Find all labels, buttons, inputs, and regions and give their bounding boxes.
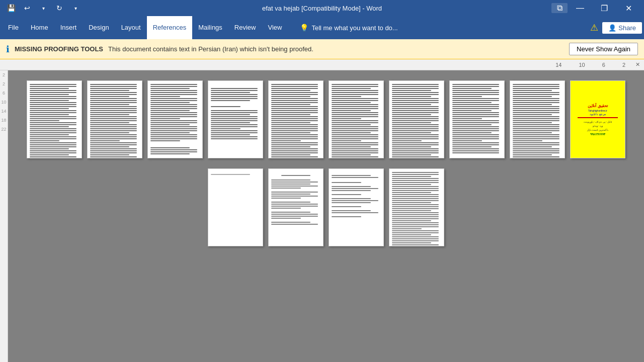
page-thumb-3 <box>147 80 203 158</box>
ad-subtitle: مرجع دانلـود <box>590 112 606 116</box>
page-content <box>271 84 320 158</box>
ad-title: تحقیق آنلاین <box>588 104 607 108</box>
page-thumb-7 <box>389 80 444 158</box>
ribbon: File Home Insert Design Layout Reference… <box>0 16 644 39</box>
window-title: efat va hejab [Compatibility Mode] - Wor… <box>262 5 382 12</box>
tell-me-field[interactable]: 💡 Tell me what you want to do... <box>296 16 401 39</box>
share-button[interactable]: 👤 Share <box>602 22 642 34</box>
ruler-right-edge: ✕ <box>635 61 640 68</box>
undo-dropdown[interactable]: ▾ <box>36 1 50 15</box>
page-thumb-14 <box>389 168 444 246</box>
page-content <box>150 84 200 155</box>
window-controls: ⧉ — ❐ ✕ <box>551 0 640 16</box>
page-thumb-11 <box>208 168 263 246</box>
page-thumb-13 <box>329 168 384 246</box>
ad-desc-1: فایل - پی دی اف - پاورپوینت <box>584 120 612 123</box>
page-content <box>513 84 562 158</box>
ad-desc-3: با کمترین قیمت بازار <box>587 128 608 131</box>
tab-file[interactable]: File <box>2 16 25 39</box>
save-button[interactable]: 💾 <box>4 1 18 15</box>
page-row-2 <box>208 168 444 246</box>
notification-title: MISSING PROOFING TOOLS <box>15 45 103 53</box>
page-content <box>211 84 260 140</box>
quick-access-toolbar: 💾 ↩ ▾ ↻ ▾ <box>4 1 83 15</box>
tab-references[interactable]: References <box>147 16 192 39</box>
page-thumb-4 <box>208 80 263 158</box>
minimize-button[interactable]: — <box>569 0 592 16</box>
undo-button[interactable]: ↩ <box>20 1 34 15</box>
ruler-numbers: 14 10 6 2 ✕ <box>555 61 640 68</box>
tab-mailings[interactable]: Mailings <box>192 16 228 39</box>
customize-qat[interactable]: ▾ <box>68 1 83 15</box>
tab-review[interactable]: Review <box>228 16 262 39</box>
ribbon-right: ⚠ 👤 Share <box>590 16 642 39</box>
page-thumb-9 <box>510 80 565 158</box>
page-content <box>392 84 441 158</box>
info-icon: ℹ <box>6 44 10 55</box>
restore-down-icon[interactable]: ⧉ <box>551 3 568 13</box>
page-content <box>392 172 441 246</box>
ad-desc-2: ورد - ویدئو <box>593 124 603 127</box>
tab-home[interactable]: Home <box>25 16 54 39</box>
tab-layout[interactable]: Layout <box>115 16 147 39</box>
main-layout: 2 2 6 10 14 18 22 <box>0 70 644 362</box>
page-thumb-8 <box>449 80 505 158</box>
never-show-button[interactable]: Never Show Again <box>569 43 638 55</box>
warning-icon: ⚠ <box>590 22 598 33</box>
lightbulb-icon: 💡 <box>300 24 308 32</box>
page-content <box>211 172 260 226</box>
page-thumb-10-ad: تحقیق آنلاین Tahghighonline.ir مرجع دانل… <box>570 80 625 158</box>
ad-content: تحقیق آنلاین Tahghighonline.ir مرجع دانل… <box>573 83 623 156</box>
page-thumb-1 <box>27 80 82 158</box>
tab-insert[interactable]: Insert <box>54 16 83 39</box>
redo-button[interactable]: ↻ <box>52 1 66 15</box>
vertical-ruler: 2 2 6 10 14 18 22 <box>0 70 8 362</box>
page-content <box>332 172 381 218</box>
page-content <box>30 84 79 158</box>
page-thumb-12 <box>268 168 324 246</box>
tab-view[interactable]: View <box>262 16 288 39</box>
page-content <box>90 84 139 158</box>
notification-text: This document contains text in Persian (… <box>108 45 313 53</box>
maximize-button[interactable]: ❐ <box>593 0 616 16</box>
page-thumb-6 <box>329 80 384 158</box>
page-row-1: تحقیق آنلاین Tahghighonline.ir مرجع دانل… <box>27 80 625 158</box>
page-content <box>452 84 502 154</box>
document-area[interactable]: تحقیق آنلاین Tahghighonline.ir مرجع دانل… <box>8 70 644 362</box>
close-button[interactable]: ✕ <box>617 0 640 16</box>
notification-bar: ℹ MISSING PROOFING TOOLS This document c… <box>0 39 644 59</box>
page-content <box>332 84 381 158</box>
ad-phone: ۹۹۸۱۳۶۶۶۷۴ <box>590 132 605 136</box>
page-thumb-5 <box>268 80 324 158</box>
share-person-icon: 👤 <box>608 24 616 32</box>
horizontal-ruler: 14 10 6 2 ✕ <box>0 59 644 70</box>
page-content <box>271 172 320 226</box>
tab-design[interactable]: Design <box>83 16 115 39</box>
title-bar: 💾 ↩ ▾ ↻ ▾ efat va hejab [Compatibility M… <box>0 0 644 16</box>
page-thumb-2 <box>87 80 142 158</box>
